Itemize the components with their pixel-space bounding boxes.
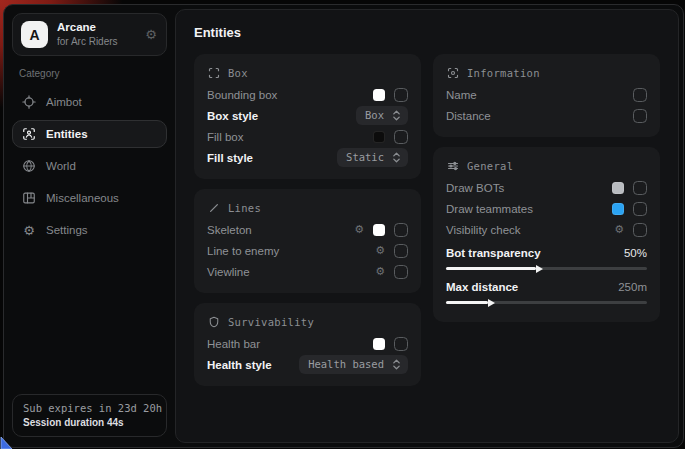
fill-box-label: Fill box: [207, 131, 243, 143]
app-titles: Arcane for Arc Riders: [57, 21, 118, 48]
chevron-updown-icon: [392, 152, 401, 163]
main-panel: Entities Box: [175, 9, 679, 443]
name-checkbox[interactable]: [633, 88, 647, 102]
name-label: Name: [446, 89, 477, 101]
survivability-panel-title: Survivability: [228, 316, 314, 328]
entities-icon: [22, 127, 36, 141]
bot-transparency-slider-handle[interactable]: [536, 265, 543, 273]
draw-bots-label: Draw BOTs: [446, 182, 504, 194]
fill-style-row: Fill style Static: [207, 147, 408, 168]
sidebar-item-aimbot[interactable]: Aimbot: [12, 88, 167, 116]
viewline-checkbox[interactable]: [394, 265, 408, 279]
draw-teammates-label: Draw teammates: [446, 203, 533, 215]
box-style-value: Box: [365, 109, 384, 121]
skeleton-row: Skeleton ⚙: [207, 219, 408, 240]
max-distance-label: Max distance: [446, 281, 518, 293]
settings-gear-icon[interactable]: ⚙: [145, 28, 157, 41]
sidebar-item-label: Aimbot: [46, 96, 82, 108]
skeleton-color-swatch[interactable]: [373, 224, 385, 236]
chevron-updown-icon: [392, 359, 401, 370]
page-title: Entities: [194, 25, 660, 40]
app-title: Arcane: [57, 21, 118, 34]
bounding-box-color-swatch[interactable]: [373, 89, 385, 101]
bounding-box-label: Bounding box: [207, 89, 277, 101]
skeleton-settings-gear-icon[interactable]: ⚙: [354, 224, 364, 235]
sidebar-item-world[interactable]: World: [12, 152, 167, 180]
distance-checkbox[interactable]: [633, 109, 647, 123]
bot-transparency-slider-fill: [446, 267, 536, 270]
max-distance-slider-fill: [446, 301, 488, 304]
lines-panel: Lines Skeleton ⚙ Line to enemy: [194, 189, 421, 293]
max-distance-value: 250m: [618, 281, 647, 293]
sidebar-item-entities[interactable]: Entities: [12, 120, 167, 148]
health-bar-checkbox[interactable]: [394, 337, 408, 351]
box-style-row: Box style Box: [207, 105, 408, 126]
sidebar-item-settings[interactable]: ⚙ Settings: [12, 216, 167, 244]
health-style-select[interactable]: Health based: [299, 355, 408, 374]
line-to-enemy-row: Line to enemy ⚙: [207, 240, 408, 261]
chevron-updown-icon: [392, 110, 401, 121]
draw-teammates-row: Draw teammates: [446, 198, 647, 219]
app-logo-card: A Arcane for Arc Riders ⚙: [12, 13, 167, 56]
visibility-check-checkbox[interactable]: [633, 223, 647, 237]
health-bar-label: Health bar: [207, 338, 260, 350]
line-to-enemy-settings-gear-icon[interactable]: ⚙: [375, 245, 385, 256]
survivability-panel-header: Survivability: [207, 315, 408, 328]
draw-bots-color-swatch[interactable]: [612, 182, 624, 194]
max-distance-group: Max distance 250m: [446, 277, 647, 304]
information-panel-title: Information: [467, 67, 540, 79]
max-distance-slider[interactable]: [446, 301, 647, 304]
health-style-value: Health based: [308, 358, 384, 370]
bounding-box-checkbox[interactable]: [394, 88, 408, 102]
general-panel-title: General: [467, 160, 513, 172]
health-style-label: Health style: [207, 359, 272, 371]
sidebar-item-label: Settings: [46, 224, 88, 236]
health-bar-color-swatch[interactable]: [373, 338, 385, 350]
box-style-select[interactable]: Box: [356, 106, 408, 125]
draw-teammates-checkbox[interactable]: [633, 202, 647, 216]
viewline-row: Viewline ⚙: [207, 261, 408, 282]
distance-label: Distance: [446, 110, 491, 122]
sidebar-item-label: Entities: [46, 128, 88, 140]
gear-icon: ⚙: [22, 223, 36, 237]
fill-style-select[interactable]: Static: [337, 148, 408, 167]
fill-box-checkbox[interactable]: [394, 130, 408, 144]
survivability-panel: Survivability Health bar Health style: [194, 303, 421, 386]
category-label: Category: [19, 68, 160, 79]
sidebar-item-miscellaneous[interactable]: Miscellaneous: [12, 184, 167, 212]
sidebar-spacer: [12, 246, 167, 394]
general-panel: General Draw BOTs Draw teammates: [433, 147, 660, 322]
bot-transparency-label: Bot transparency: [446, 247, 541, 259]
grid-icon: [22, 191, 36, 205]
subscription-info-card: Sub expires in 23d 20h Session duration …: [12, 394, 167, 437]
box-panel: Box Bounding box Box style: [194, 54, 421, 179]
general-panel-header: General: [446, 159, 647, 172]
max-distance-slider-handle[interactable]: [488, 299, 495, 307]
box-brackets-icon: [207, 66, 220, 79]
viewline-settings-gear-icon[interactable]: ⚙: [375, 266, 385, 277]
draw-teammates-color-swatch[interactable]: [612, 203, 624, 215]
main-wrap: Entities Box: [175, 5, 683, 447]
bounding-box-row: Bounding box: [207, 84, 408, 105]
app-logo: A: [21, 21, 48, 48]
mouse-cursor: [0, 437, 13, 449]
draw-bots-checkbox[interactable]: [633, 181, 647, 195]
left-column: Box Bounding box Box style: [194, 54, 421, 386]
visibility-check-settings-gear-icon[interactable]: ⚙: [614, 224, 624, 235]
lines-panel-title: Lines: [228, 202, 261, 214]
bot-transparency-slider[interactable]: [446, 267, 647, 270]
line-to-enemy-checkbox[interactable]: [394, 244, 408, 258]
fill-box-color-swatch[interactable]: [373, 131, 385, 143]
globe-icon: [22, 159, 36, 173]
line-to-enemy-label: Line to enemy: [207, 245, 279, 257]
fill-style-value: Static: [346, 151, 384, 163]
health-bar-row: Health bar: [207, 333, 408, 354]
app-subtitle: for Arc Riders: [57, 36, 118, 48]
distance-row: Distance: [446, 105, 647, 126]
box-panel-title: Box: [228, 67, 248, 79]
app-window: A Arcane for Arc Riders ⚙ Category Aimbo…: [3, 4, 684, 448]
skeleton-checkbox[interactable]: [394, 223, 408, 237]
fill-style-label: Fill style: [207, 152, 253, 164]
viewline-label: Viewline: [207, 266, 250, 278]
right-column: Information Name Distance: [433, 54, 660, 322]
